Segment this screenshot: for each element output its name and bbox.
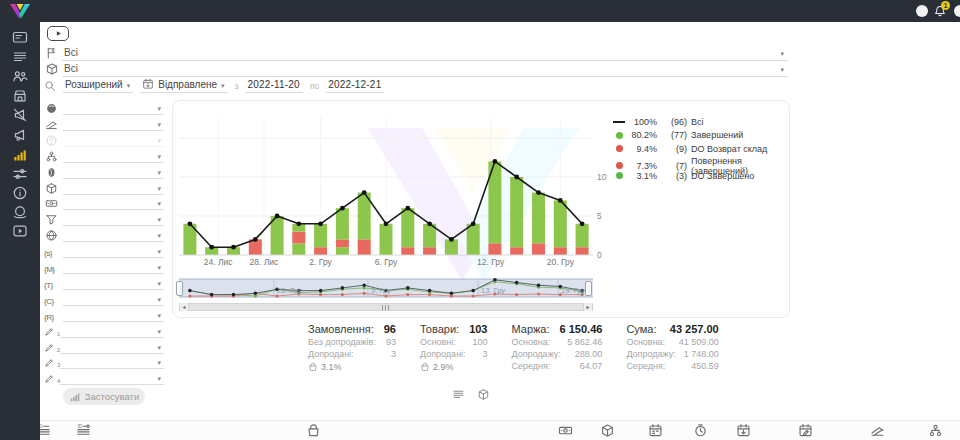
sidebar-item-chart[interactable] xyxy=(12,147,28,163)
date-from-input[interactable]: 2022-11-20 xyxy=(245,79,302,93)
filter-select-input[interactable] xyxy=(63,293,164,306)
summary-stats: Замовлення:96Без допродажів:93Допродані:… xyxy=(308,323,719,372)
toolbar-id-link-icon[interactable]: ID xyxy=(76,423,91,438)
banknote-icon xyxy=(44,197,59,210)
filter-select-input[interactable] xyxy=(63,166,164,179)
stat-column: Замовлення:96Без допродажів:93Допродані:… xyxy=(308,323,396,372)
y-tick-label: 5 xyxy=(597,211,613,221)
timeline-brush-chart[interactable]: 28. Лис5. Гру13. Гру19. Гру xyxy=(179,277,593,301)
stat-sub-value: 450.59 xyxy=(691,361,719,371)
upsell-percent: 3.1% xyxy=(321,362,342,372)
toolbar-clock-icon[interactable] xyxy=(693,423,708,438)
chevron-down-icon xyxy=(157,280,161,288)
svg-text:12. Гру: 12. Гру xyxy=(477,257,505,267)
toolbar-package-icon[interactable] xyxy=(600,423,615,438)
stat-value: 43 257.00 xyxy=(670,323,719,335)
search-mode-select[interactable]: Розширений xyxy=(63,79,133,93)
sidebar-item-store[interactable] xyxy=(12,88,28,104)
filter-select-input[interactable] xyxy=(63,150,164,163)
sidebar-item-rows[interactable] xyxy=(12,49,28,65)
svg-text:28. Лис: 28. Лис xyxy=(277,286,303,295)
chevron-down-icon xyxy=(157,344,161,352)
brush-scrollbar[interactable]: ◂ ▸ xyxy=(179,303,593,311)
toolbar-bag-icon[interactable] xyxy=(306,423,321,438)
sidebar-item-users[interactable] xyxy=(12,68,28,84)
toolbar-hierarchy-icon[interactable] xyxy=(928,423,943,438)
scroll-left-arrow[interactable]: ◂ xyxy=(180,303,189,311)
bag-icon xyxy=(308,362,318,372)
global-select-row: Всі xyxy=(44,45,788,61)
filter-select-input[interactable] xyxy=(63,229,164,242)
funnel-icon xyxy=(44,213,59,226)
legend-label: DO Завершено xyxy=(691,171,789,181)
filter-select-input[interactable] xyxy=(60,356,164,369)
filter-select-input[interactable] xyxy=(63,261,164,274)
orders-stacked-bar-chart[interactable]: 24. Лис28. Лис2. Гру6. Гру12. Гру20. Гру xyxy=(179,107,593,269)
toolbar-calendar-send-icon[interactable] xyxy=(736,423,751,438)
bag-icon xyxy=(306,423,321,438)
filter-row xyxy=(44,211,164,226)
stat-value: 96 xyxy=(384,323,396,335)
sidebar-item-megaphone-muted[interactable] xyxy=(12,107,28,123)
chevron-down-icon xyxy=(157,375,161,383)
package-icon[interactable] xyxy=(477,388,490,401)
filter-select-input[interactable] xyxy=(60,325,164,338)
brush-right-handle[interactable]: ⋮ xyxy=(585,281,592,296)
stat-sub-value: 1 748.00 xyxy=(684,349,719,359)
filter-select-input[interactable] xyxy=(63,245,164,258)
sidebar-item-panel[interactable] xyxy=(12,29,28,45)
legend-item[interactable]: 3.1%(3)DO Завершено xyxy=(611,169,789,183)
scroll-grip[interactable] xyxy=(382,305,391,310)
filter-row: {s} xyxy=(44,243,164,258)
filter-select-input[interactable] xyxy=(63,277,164,290)
toolbar-ramp-icon[interactable] xyxy=(870,423,885,438)
avatar[interactable] xyxy=(916,5,928,17)
toolbar-calendar-edit-icon[interactable] xyxy=(798,423,813,438)
upsell-percent-row: 3.1% xyxy=(308,362,396,372)
stat-sub-row: Основна:5 862.46 xyxy=(511,337,602,347)
stat-sub-row: Основна:41 509.00 xyxy=(626,337,718,347)
sidebar-item-info[interactable] xyxy=(12,185,28,201)
scroll-right-arrow[interactable]: ▸ xyxy=(583,303,592,311)
filter-select-input[interactable] xyxy=(60,372,164,385)
play-help-button[interactable] xyxy=(47,26,69,41)
search-icon[interactable] xyxy=(44,80,56,93)
filter-select-input[interactable] xyxy=(63,213,164,226)
date-to-input[interactable]: 2022-12-21 xyxy=(326,79,384,93)
sidebar-item-sliders[interactable] xyxy=(12,166,28,182)
filter-select-input[interactable] xyxy=(60,341,164,354)
legend-count: (3) xyxy=(661,171,691,181)
sidebar-item-globe-support[interactable] xyxy=(12,204,28,220)
filter-select-input[interactable] xyxy=(63,118,164,131)
avatar-partial[interactable] xyxy=(954,5,960,17)
sidebar-item-megaphone[interactable] xyxy=(12,127,28,143)
chevron-down-icon xyxy=(221,82,225,90)
svg-text:13. Гру: 13. Гру xyxy=(481,286,505,295)
filter-select-input[interactable] xyxy=(63,182,164,195)
brand-logo[interactable] xyxy=(7,2,33,20)
toolbar-banknote-icon[interactable] xyxy=(558,423,573,438)
brush-left-handle[interactable]: ⋮ xyxy=(176,281,183,296)
crm-analytics-page: 1 ВсіВсі xyxy=(0,0,960,440)
filter-select-input[interactable] xyxy=(63,309,164,322)
sidebar-item-play-tile[interactable] xyxy=(12,223,28,239)
filter-row: {C} xyxy=(44,291,164,306)
filter-row: 3 xyxy=(44,354,164,369)
legend-item[interactable]: 7.3%(7)Повернення (завершений) xyxy=(611,156,789,170)
globe-support-icon xyxy=(12,204,28,220)
select-input[interactable]: Всі xyxy=(62,47,788,61)
apply-label: Застосувати xyxy=(85,391,139,402)
status-flag-icon xyxy=(45,46,59,60)
rows-icon[interactable] xyxy=(452,388,465,401)
legend-item[interactable]: 100%(96)Всі xyxy=(611,115,789,129)
legend-item[interactable]: 9.4%(9)DO Возврат склад xyxy=(611,142,789,156)
toolbar-calendar-icon[interactable] xyxy=(648,423,663,438)
date-type-select[interactable]: Відправлене xyxy=(140,78,227,93)
legend-item[interactable]: 80.2%(77)Завершений xyxy=(611,129,789,143)
chevron-down-icon xyxy=(157,137,161,145)
apply-filters-button[interactable]: Застосувати xyxy=(63,388,145,405)
select-input[interactable]: Всі xyxy=(62,63,788,77)
filter-select-input[interactable] xyxy=(63,102,164,115)
stat-sub-label: Допродані: xyxy=(308,349,354,359)
filter-select-input[interactable] xyxy=(63,197,164,210)
